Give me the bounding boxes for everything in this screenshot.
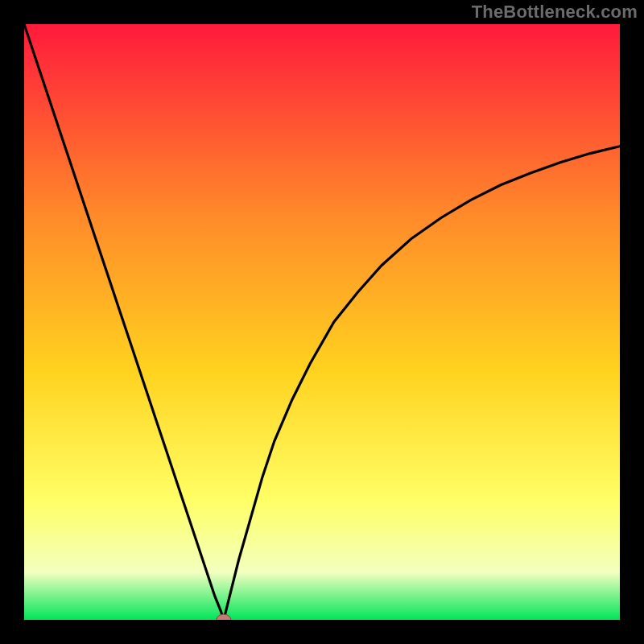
gradient-background: [24, 24, 620, 620]
chart-frame: TheBottleneck.com: [0, 0, 644, 644]
plot-area: [24, 24, 620, 620]
watermark-text: TheBottleneck.com: [472, 2, 638, 23]
chart-svg: [24, 24, 620, 620]
